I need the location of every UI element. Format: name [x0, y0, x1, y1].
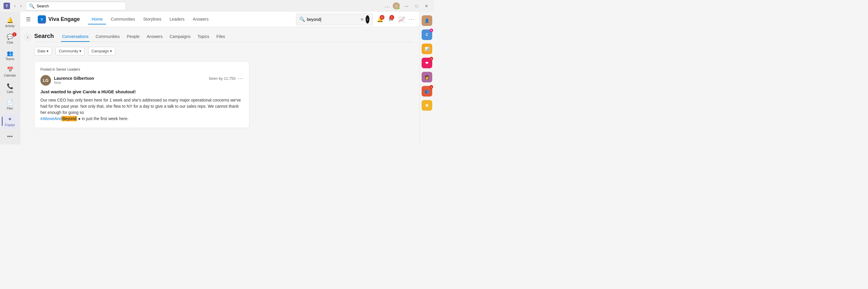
campaign-filter-chevron: ▾ — [110, 49, 112, 53]
mail-button[interactable]: ✉ 5 — [388, 15, 394, 24]
avatar[interactable]: U — [393, 2, 400, 9]
viva-logo: V Viva Engage — [38, 15, 80, 24]
search-icon: 🔍 — [29, 3, 35, 9]
sidebar-item-teams[interactable]: 👥 Teams — [2, 48, 18, 63]
content-area: ☰ V Viva Engage Home Communities Storyli… — [20, 12, 434, 145]
search-input[interactable] — [307, 17, 359, 22]
minimize-button[interactable]: — — [402, 3, 411, 9]
close-button[interactable]: ✕ — [423, 3, 431, 9]
nav-arrows: ‹ › — [12, 3, 23, 9]
top-nav-right: 🔍 ✕ › 🔔 12 ✉ 5 📈 — [296, 13, 414, 25]
right-sidebar-avatar-3[interactable]: 📊 — [422, 43, 432, 54]
nav-storylines[interactable]: Storylines — [140, 14, 165, 25]
post-meta: Seen by 11,750 ⋯ — [209, 75, 243, 81]
files-icon: 📄 — [7, 100, 13, 106]
nav-communities[interactable]: Communities — [107, 14, 138, 25]
posted-in: Posted in Senior Leaders — [40, 67, 243, 72]
activity-icon: 🔔 — [7, 17, 13, 24]
right-sidebar-avatar-5[interactable]: 👩 — [422, 72, 432, 82]
nav-answers[interactable]: Answers — [189, 14, 212, 25]
community-filter-button[interactable]: Community ▾ — [55, 47, 85, 55]
engage-icon: ✦ — [8, 116, 12, 122]
post-body: Our new CEO has only been here for 1 wee… — [40, 97, 243, 122]
sidebar-item-files[interactable]: 📄 Files — [2, 97, 18, 112]
search-clear-button[interactable]: ✕ — [360, 17, 364, 22]
sidebar-calls-label: Calls — [6, 91, 13, 94]
right-sidebar: 👤 C ♥ 📊 ❤ ● 👩 👥 ● ⚙ — [419, 12, 434, 145]
tab-communities[interactable]: Communities — [94, 32, 121, 42]
nav-home[interactable]: Home — [88, 14, 106, 25]
tab-files[interactable]: Files — [215, 32, 226, 42]
tab-answers[interactable]: Answers — [146, 32, 164, 42]
sidebar-item-engage[interactable]: ✦ Engage — [2, 114, 18, 129]
sidebar-item-calendar[interactable]: 📅 Calendar — [2, 64, 18, 79]
maximize-button[interactable]: □ — [413, 3, 420, 9]
sidebar-item-calls[interactable]: 📞 Calls — [2, 81, 18, 96]
title-bar-more-button[interactable]: ... — [385, 3, 390, 8]
hashtag-text[interactable]: #AboveAndBeyond — [40, 116, 77, 121]
page-content: Search Conversations Communities People … — [32, 27, 419, 145]
nav-leaders[interactable]: Leaders — [166, 14, 188, 25]
sidebar-activity-label: Activity — [5, 25, 15, 28]
tab-people[interactable]: People — [126, 32, 141, 42]
author-info: Laurence Gilbertson Now — [54, 76, 94, 85]
back-button[interactable]: ‹ — [24, 33, 32, 41]
calls-icon: 📞 — [7, 83, 13, 89]
date-filter-button[interactable]: Date ▾ — [34, 47, 52, 55]
search-go-button[interactable]: › — [366, 15, 369, 24]
post-card: Posted in Senior Leaders LG Laurence Gil… — [34, 61, 249, 128]
search-header: Search Conversations Communities People … — [34, 27, 413, 42]
community-name: Senior Leaders — [56, 67, 80, 72]
sidebar-teams-label: Teams — [6, 58, 14, 61]
notifications-button[interactable]: 🔔 12 — [376, 15, 384, 24]
svg-text:V: V — [41, 17, 43, 21]
date-filter-chevron: ▾ — [46, 49, 49, 53]
community-filter-chevron: ▾ — [79, 49, 82, 53]
more-options-button[interactable]: ··· — [409, 17, 414, 22]
teams-icon: 👥 — [7, 50, 13, 57]
author-name[interactable]: Laurence Gilbertson — [54, 76, 94, 81]
nav-back-button[interactable]: ‹ — [12, 3, 18, 9]
search-box[interactable]: 🔍 ✕ › — [296, 13, 373, 25]
seen-by: Seen by 11,750 — [209, 76, 236, 81]
campaign-filter-button[interactable]: Campaign ▾ — [88, 47, 115, 55]
sidebar-files-label: Files — [7, 107, 13, 110]
title-bar-right: ... U — □ ✕ — [385, 2, 431, 9]
search-icon: 🔍 — [299, 16, 305, 22]
hashtag-highlight: Beyond — [62, 116, 77, 121]
post-header: LG Laurence Gilbertson Now Seen by 11,75… — [40, 75, 243, 86]
engage-wrapper: ☰ V Viva Engage Home Communities Storyli… — [20, 12, 419, 145]
rs-badge-6: ● — [430, 85, 433, 88]
post-menu-button[interactable]: ⋯ — [238, 75, 243, 81]
top-nav: ☰ V Viva Engage Home Communities Storyli… — [20, 12, 419, 27]
right-sidebar-avatar-7[interactable]: ⚙ — [422, 100, 432, 111]
right-sidebar-avatar-6[interactable]: 👥 ● — [422, 86, 432, 97]
nav-forward-button[interactable]: › — [19, 3, 24, 9]
rs-badge-c: ♥ — [430, 29, 433, 32]
notifications-badge: 12 — [380, 15, 384, 20]
analytics-icon: 📈 — [398, 16, 405, 22]
tab-conversations[interactable]: Conversations — [61, 32, 90, 42]
viva-logo-icon: V — [38, 15, 46, 24]
viva-logo-text: Viva Engage — [49, 16, 80, 22]
title-bar-search[interactable]: 🔍 — [26, 2, 126, 10]
filter-row: Date ▾ Community ▾ Campaign ▾ — [34, 42, 413, 60]
right-sidebar-avatar-2[interactable]: C ♥ — [422, 29, 432, 40]
hamburger-button[interactable]: ☰ — [25, 15, 32, 24]
tab-campaigns[interactable]: Campaigns — [168, 32, 192, 42]
title-search-input[interactable] — [36, 4, 123, 8]
sidebar-item-chat[interactable]: 1 💬 Chat — [2, 31, 18, 46]
title-bar-left: T ‹ › 🔍 — [3, 2, 126, 10]
search-title: Search — [34, 33, 54, 39]
teams-logo-icon: T — [3, 3, 10, 9]
right-sidebar-avatar-4[interactable]: ❤ ● — [422, 58, 432, 68]
post-title: Just wanted to give Carole a HUGE shouto… — [40, 89, 243, 94]
sidebar-more-button[interactable]: ••• — [5, 131, 15, 142]
tab-topics[interactable]: Topics — [196, 32, 211, 42]
main-container: 🔔 Activity 1 💬 Chat 👥 Teams 📅 Calendar 📞… — [0, 12, 434, 145]
svg-text:C: C — [426, 33, 428, 37]
sidebar-item-activity[interactable]: 🔔 Activity — [2, 15, 18, 30]
title-bar: T ‹ › 🔍 ... U — □ ✕ — [0, 0, 434, 12]
analytics-button[interactable]: 📈 — [397, 15, 406, 24]
right-sidebar-avatar-1[interactable]: 👤 — [422, 15, 432, 26]
